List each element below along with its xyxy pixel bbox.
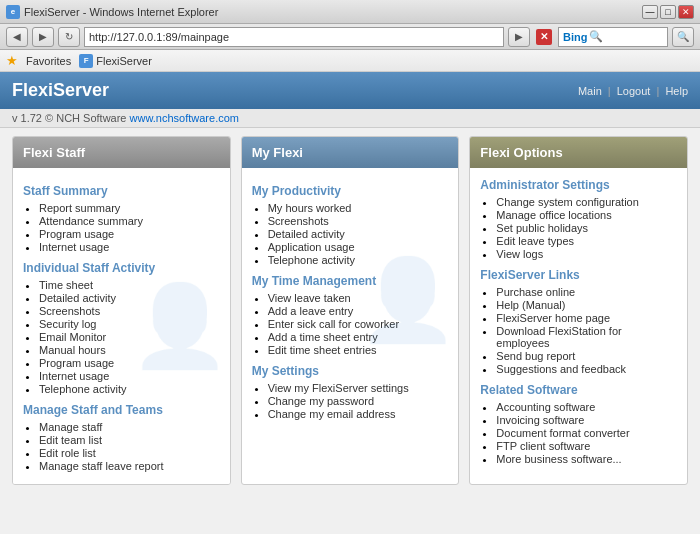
security-log-link[interactable]: Security log <box>39 318 96 330</box>
report-summary-link[interactable]: Report summary <box>39 202 120 214</box>
help-manual-link[interactable]: Help (Manual) <box>496 299 565 311</box>
send-bug-link[interactable]: Send bug report <box>496 350 575 362</box>
list-item: Edit role list <box>39 447 220 459</box>
internet-usage-2-link[interactable]: Internet usage <box>39 370 109 382</box>
maximize-button[interactable]: □ <box>660 5 676 19</box>
email-monitor-link[interactable]: Email Monitor <box>39 331 106 343</box>
change-password-link[interactable]: Change my password <box>268 395 374 407</box>
panel-myflexi: My Flexi 👤 My Productivity My hours work… <box>241 136 460 485</box>
myflexi-section-1-list: My hours worked Screenshots Detailed act… <box>252 202 449 266</box>
internet-usage-link[interactable]: Internet usage <box>39 241 109 253</box>
my-telephone-link[interactable]: Telephone activity <box>268 254 355 266</box>
zoom-button[interactable]: 🔍 <box>672 27 694 47</box>
list-item: Program usage <box>39 357 220 369</box>
download-station-link[interactable]: Download FlexiStation for employees <box>496 325 621 349</box>
manual-hours-link[interactable]: Manual hours <box>39 344 106 356</box>
version-text: v 1.72 © NCH Software <box>12 112 130 124</box>
go-button[interactable]: ▶ <box>508 27 530 47</box>
close-button[interactable]: ✕ <box>678 5 694 19</box>
time-sheet-link[interactable]: Time sheet <box>39 279 93 291</box>
sick-call-link[interactable]: Enter sick call for coworker <box>268 318 399 330</box>
view-leave-link[interactable]: View leave taken <box>268 292 351 304</box>
myflexi-section-2-list: View leave taken Add a leave entry Enter… <box>252 292 449 356</box>
manage-staff-link[interactable]: Manage staff <box>39 421 102 433</box>
list-item: Enter sick call for coworker <box>268 318 449 330</box>
search-icon[interactable]: 🔍 <box>589 30 603 43</box>
browser-title: FlexiServer - Windows Internet Explorer <box>24 6 218 18</box>
staff-section-3-title: Manage Staff and Teams <box>23 403 220 417</box>
edit-team-list-link[interactable]: Edit team list <box>39 434 102 446</box>
list-item: Detailed activity <box>268 228 449 240</box>
attendance-summary-link[interactable]: Attendance summary <box>39 215 143 227</box>
list-item: Report summary <box>39 202 220 214</box>
nch-link[interactable]: www.nchsoftware.com <box>130 112 239 124</box>
minimize-button[interactable]: — <box>642 5 658 19</box>
set-holidays-link[interactable]: Set public holidays <box>496 222 588 234</box>
nav-help-link[interactable]: Help <box>665 85 688 97</box>
edit-timesheet-link[interactable]: Edit time sheet entries <box>268 344 377 356</box>
list-item: Document format converter <box>496 427 677 439</box>
header-nav: Main | Logout | Help <box>578 85 688 97</box>
address-bar[interactable]: http://127.0.0.1:89/mainpage <box>84 27 504 47</box>
back-button[interactable]: ◀ <box>6 27 28 47</box>
view-settings-link[interactable]: View my FlexiServer settings <box>268 382 409 394</box>
myflexi-panel-body: 👤 My Productivity My hours worked Screen… <box>242 168 459 432</box>
list-item: FlexiServer home page <box>496 312 677 324</box>
search-bar[interactable]: Bing 🔍 <box>558 27 668 47</box>
staff-section-2-title: Individual Staff Activity <box>23 261 220 275</box>
change-config-link[interactable]: Change system configuration <box>496 196 638 208</box>
add-timesheet-link[interactable]: Add a time sheet entry <box>268 331 378 343</box>
staff-panel-body: 👤 Staff Summary Report summary Attendanc… <box>13 168 230 484</box>
manage-locations-link[interactable]: Manage office locations <box>496 209 611 221</box>
my-screenshots-link[interactable]: Screenshots <box>268 215 329 227</box>
list-item: Purchase online <box>496 286 677 298</box>
ftp-client-link[interactable]: FTP client software <box>496 440 590 452</box>
stop-button[interactable]: ✕ <box>536 29 552 45</box>
feedback-link[interactable]: Suggestions and feedback <box>496 363 626 375</box>
nav-main-link[interactable]: Main <box>578 85 602 97</box>
staff-section-1-title: Staff Summary <box>23 184 220 198</box>
list-item: Detailed activity <box>39 292 220 304</box>
forward-button[interactable]: ▶ <box>32 27 54 47</box>
my-hours-link[interactable]: My hours worked <box>268 202 352 214</box>
list-item: Add a leave entry <box>268 305 449 317</box>
add-leave-link[interactable]: Add a leave entry <box>268 305 354 317</box>
edit-leave-types-link[interactable]: Edit leave types <box>496 235 574 247</box>
more-software-link[interactable]: More business software... <box>496 453 621 465</box>
change-email-link[interactable]: Change my email address <box>268 408 396 420</box>
list-item: Accounting software <box>496 401 677 413</box>
page-area: FlexiServer Main | Logout | Help v 1.72 … <box>0 72 700 534</box>
telephone-activity-link[interactable]: Telephone activity <box>39 383 126 395</box>
doc-converter-link[interactable]: Document format converter <box>496 427 629 439</box>
purchase-online-link[interactable]: Purchase online <box>496 286 575 298</box>
accounting-link[interactable]: Accounting software <box>496 401 595 413</box>
edit-role-list-link[interactable]: Edit role list <box>39 447 96 459</box>
invoicing-link[interactable]: Invoicing software <box>496 414 584 426</box>
manage-staff-leave-link[interactable]: Manage staff leave report <box>39 460 164 472</box>
staff-section-1-list: Report summary Attendance summary Progra… <box>23 202 220 253</box>
refresh-button[interactable]: ↻ <box>58 27 80 47</box>
flexi-logo: FlexiServer <box>12 80 109 101</box>
view-logs-link[interactable]: View logs <box>496 248 543 260</box>
list-item: Screenshots <box>39 305 220 317</box>
list-item: Time sheet <box>39 279 220 291</box>
program-usage-2-link[interactable]: Program usage <box>39 357 114 369</box>
program-usage-link[interactable]: Program usage <box>39 228 114 240</box>
detailed-activity-link[interactable]: Detailed activity <box>39 292 116 304</box>
favorites-tab-label: FlexiServer <box>96 55 152 67</box>
application-usage-link[interactable]: Application usage <box>268 241 355 253</box>
my-detailed-activity-link[interactable]: Detailed activity <box>268 228 345 240</box>
staff-section-3-list: Manage staff Edit team list Edit role li… <box>23 421 220 472</box>
list-item: Edit time sheet entries <box>268 344 449 356</box>
favorites-tab-flexiserver[interactable]: F FlexiServer <box>79 54 152 68</box>
list-item: Manage staff <box>39 421 220 433</box>
nav-logout-link[interactable]: Logout <box>617 85 651 97</box>
screenshots-link[interactable]: Screenshots <box>39 305 100 317</box>
list-item: More business software... <box>496 453 677 465</box>
list-item: Internet usage <box>39 241 220 253</box>
staff-section-2-list: Time sheet Detailed activity Screenshots… <box>23 279 220 395</box>
list-item: Internet usage <box>39 370 220 382</box>
list-item: FTP client software <box>496 440 677 452</box>
home-page-link[interactable]: FlexiServer home page <box>496 312 610 324</box>
list-item: Change my email address <box>268 408 449 420</box>
